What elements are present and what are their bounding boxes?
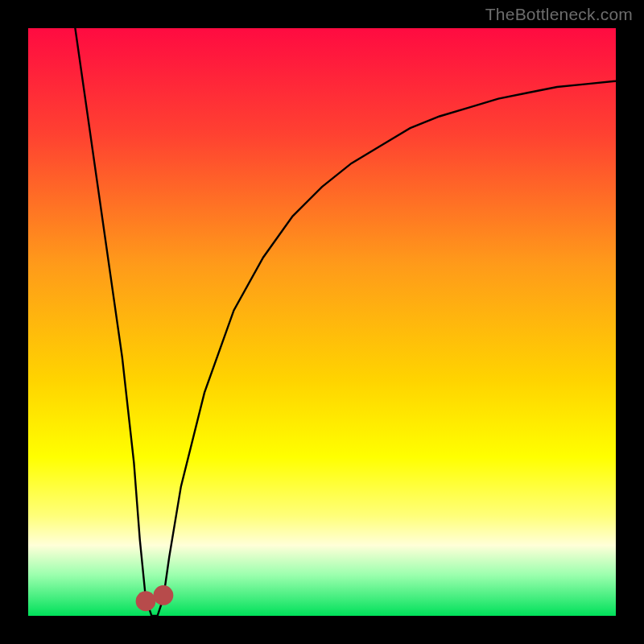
- plot-area: [28, 28, 616, 616]
- valley-markers: [136, 585, 174, 611]
- chart-stage: TheBottleneck.com: [0, 0, 644, 644]
- valley-marker: [153, 585, 173, 605]
- valley-marker: [136, 591, 156, 611]
- curve-layer: [28, 28, 616, 616]
- watermark-label: TheBottleneck.com: [485, 5, 633, 24]
- bottleneck-curve: [75, 28, 616, 616]
